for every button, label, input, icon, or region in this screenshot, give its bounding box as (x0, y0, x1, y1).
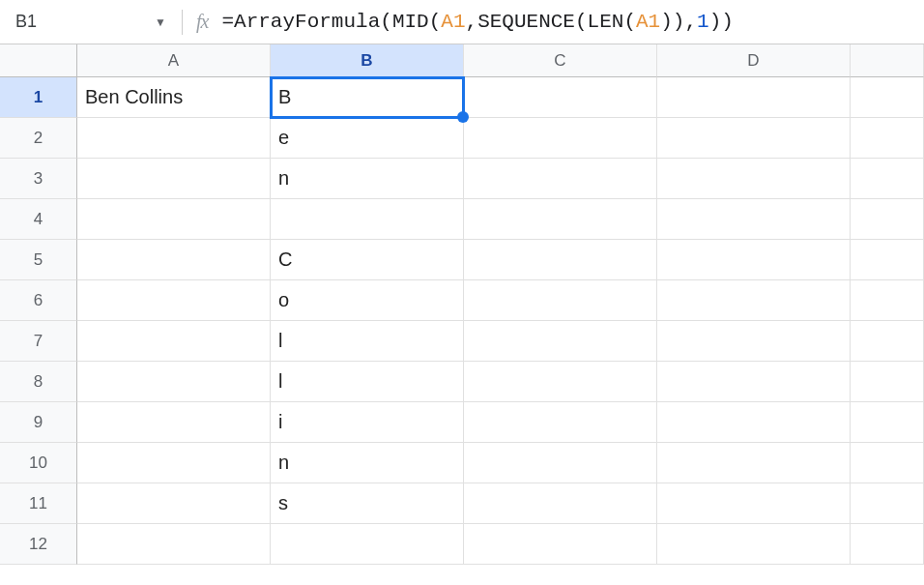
cell[interactable] (851, 280, 924, 321)
cell[interactable] (657, 321, 851, 362)
row-header[interactable]: 5 (0, 240, 77, 280)
chevron-down-icon[interactable]: ▼ (145, 15, 176, 29)
formula-token: LEN (588, 11, 624, 33)
cell[interactable] (851, 118, 924, 159)
row-header[interactable]: 11 (0, 483, 77, 524)
cell[interactable] (657, 118, 851, 159)
cell[interactable] (77, 321, 271, 362)
formula-input[interactable]: =ArrayFormula(MID(A1,SEQUENCE(LEN(A1)),1… (221, 11, 733, 33)
cell[interactable]: n (271, 159, 464, 199)
row-header[interactable]: 12 (0, 524, 77, 565)
cell[interactable] (657, 240, 851, 280)
cell[interactable] (851, 159, 924, 199)
cell[interactable] (464, 118, 657, 159)
cell[interactable] (464, 280, 657, 321)
cell[interactable]: o (271, 280, 464, 321)
cell[interactable] (464, 443, 657, 483)
cell[interactable] (851, 362, 924, 402)
cell[interactable] (657, 280, 851, 321)
cell[interactable] (851, 240, 924, 280)
formula-token: , (466, 11, 478, 33)
cell[interactable] (464, 77, 657, 118)
row-header[interactable]: 2 (0, 118, 77, 159)
formula-token: ( (575, 11, 588, 33)
cell[interactable] (464, 402, 657, 443)
formula-token: , (684, 11, 697, 33)
select-all-corner[interactable] (0, 44, 77, 77)
cell[interactable]: l (271, 321, 464, 362)
formula-token: ) (721, 11, 734, 33)
cell[interactable]: Ben Collins (77, 77, 271, 118)
formula-token: ) (673, 11, 685, 33)
row-header[interactable]: 4 (0, 199, 77, 240)
cell[interactable] (271, 524, 464, 565)
cell[interactable] (657, 362, 851, 402)
column-header[interactable] (851, 44, 924, 77)
name-box[interactable]: B1 ▼ (14, 0, 176, 44)
fill-handle[interactable] (457, 111, 469, 123)
row-header[interactable]: 9 (0, 402, 77, 443)
row-header[interactable]: 3 (0, 159, 77, 199)
cell[interactable] (77, 159, 271, 199)
name-box-value: B1 (14, 12, 145, 32)
cell[interactable] (657, 199, 851, 240)
cell[interactable] (464, 199, 657, 240)
row-header[interactable]: 8 (0, 362, 77, 402)
formula-token: = (221, 11, 234, 33)
row-header[interactable]: 6 (0, 280, 77, 321)
cell[interactable] (851, 77, 924, 118)
cell[interactable]: s (271, 483, 464, 524)
cell[interactable]: B (271, 77, 464, 118)
cell[interactable] (77, 443, 271, 483)
column-header-A[interactable]: A (77, 44, 271, 77)
column-header-C[interactable]: C (464, 44, 657, 77)
cell[interactable]: C (271, 240, 464, 280)
cell[interactable]: l (271, 362, 464, 402)
cell[interactable] (77, 483, 271, 524)
cell[interactable] (464, 240, 657, 280)
cell[interactable] (851, 402, 924, 443)
row-header[interactable]: 7 (0, 321, 77, 362)
formula-token: ArrayFormula (234, 11, 380, 33)
column-header-B[interactable]: B (271, 44, 464, 77)
cell[interactable]: n (271, 443, 464, 483)
formula-token: ( (429, 11, 442, 33)
cell[interactable] (77, 118, 271, 159)
formula-token: A1 (441, 11, 465, 33)
cell[interactable] (77, 240, 271, 280)
row-header[interactable]: 1 (0, 77, 77, 118)
cell[interactable] (77, 524, 271, 565)
cell[interactable] (657, 483, 851, 524)
cell[interactable] (77, 362, 271, 402)
cell[interactable] (77, 402, 271, 443)
cell[interactable] (271, 199, 464, 240)
row-header[interactable]: 10 (0, 443, 77, 483)
cell[interactable] (851, 524, 924, 565)
formula-token: MID (392, 11, 429, 33)
cell[interactable] (464, 524, 657, 565)
cell[interactable]: i (271, 402, 464, 443)
cell[interactable] (851, 321, 924, 362)
cell[interactable] (657, 443, 851, 483)
cell[interactable] (657, 159, 851, 199)
cell[interactable] (77, 199, 271, 240)
formula-token: ( (380, 11, 392, 33)
cell[interactable] (464, 362, 657, 402)
fx-icon: fx (196, 11, 208, 33)
formula-token: A1 (636, 11, 660, 33)
cell[interactable] (657, 77, 851, 118)
formula-token: ( (623, 11, 636, 33)
cell[interactable] (657, 402, 851, 443)
cell[interactable]: e (271, 118, 464, 159)
cell[interactable] (851, 199, 924, 240)
column-header-D[interactable]: D (657, 44, 851, 77)
cell[interactable] (851, 443, 924, 483)
cell[interactable] (657, 524, 851, 565)
cell[interactable] (464, 159, 657, 199)
cell[interactable] (464, 321, 657, 362)
cell[interactable] (77, 280, 271, 321)
cell[interactable] (851, 483, 924, 524)
formula-token: ) (660, 11, 673, 33)
spreadsheet-grid[interactable]: ABCD1Ben CollinsB2e3n45C6o7l8l9i10n11s12 (0, 44, 924, 565)
cell[interactable] (464, 483, 657, 524)
